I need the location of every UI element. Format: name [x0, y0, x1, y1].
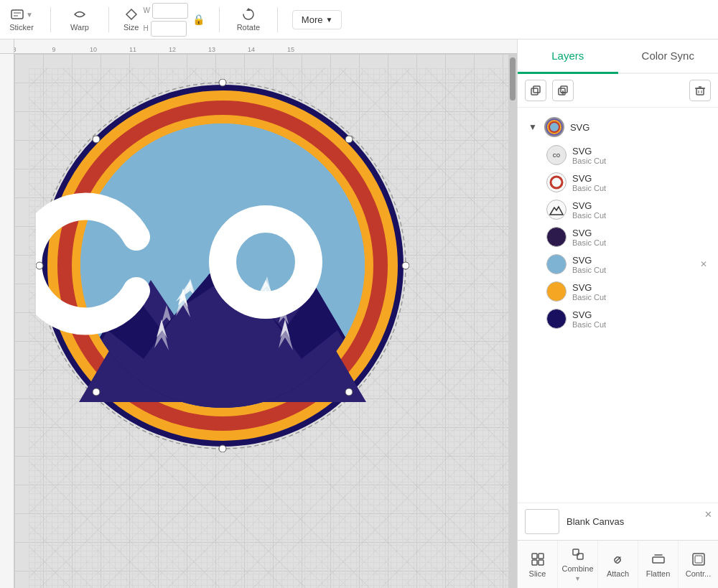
scroll-thumb[interactable]: [510, 57, 516, 101]
svg-point-40: [550, 123, 559, 131]
more-button[interactable]: More ▼: [292, 10, 342, 29]
ruler-horizontal: 8 9 10 11 12 13 14 15: [14, 39, 517, 54]
layer-item-3[interactable]: SVG Basic Cut: [543, 196, 711, 223]
ruler-tick: 13: [208, 46, 215, 53]
add-layer-icon: [557, 85, 569, 96]
attach-button[interactable]: Attach: [598, 541, 638, 588]
main-area: 8 9 10 11 12 13 14 15: [0, 39, 718, 588]
size-group: Size W H 🔒: [123, 3, 205, 37]
svg-rect-48: [653, 557, 664, 563]
ruler-vertical: [0, 39, 14, 588]
tab-color-sync[interactable]: Color Sync: [618, 39, 719, 74]
svg-rect-0: [11, 10, 23, 19]
duplicate-layer-button[interactable]: [525, 80, 546, 101]
attach-label: Attach: [607, 569, 629, 578]
contour-icon: [691, 551, 707, 567]
layer-name-parent: SVG: [570, 122, 589, 133]
svg-point-22: [36, 262, 43, 269]
vertical-scrollbar[interactable]: [508, 54, 517, 588]
layer-item-1[interactable]: CO SVG Basic Cut: [543, 141, 711, 169]
canvas-area[interactable]: 8 9 10 11 12 13 14 15: [0, 39, 517, 588]
divider-4: [277, 7, 278, 32]
ruler-tick: 9: [52, 46, 55, 53]
divider-2: [108, 7, 109, 32]
svg-rect-27: [531, 88, 538, 95]
slice-icon: [530, 551, 546, 567]
more-label: More: [302, 14, 323, 25]
layer-item-6[interactable]: SVG Basic Cut: [543, 278, 711, 305]
flatten-label: Flatten: [646, 569, 671, 578]
svg-rect-28: [533, 86, 540, 93]
sticker-tool[interactable]: ▼ Sticker: [7, 7, 36, 32]
flatten-button[interactable]: Flatten: [638, 541, 679, 588]
svg-rect-50: [693, 554, 704, 565]
tab-layers[interactable]: Layers: [518, 39, 618, 74]
layer-thumbnail-parent: [544, 117, 564, 137]
blank-canvas-close[interactable]: ✕: [704, 509, 712, 520]
layer-thumb-1: CO: [546, 145, 567, 165]
blank-canvas-label: Blank Canvas: [567, 516, 624, 527]
ruler-tick: 8: [14, 46, 17, 53]
ruler-tick: 10: [90, 46, 97, 53]
warp-tool[interactable]: Warp: [65, 7, 94, 32]
ruler-corner: [0, 39, 14, 54]
contour-label: Contr...: [686, 569, 711, 578]
layer-text-3: SVG Basic Cut: [572, 200, 606, 220]
trash-icon: [694, 85, 706, 96]
svg-point-19: [219, 79, 226, 86]
contour-button[interactable]: Contr...: [679, 541, 718, 588]
lock-icon[interactable]: 🔒: [192, 14, 205, 25]
duplicate-icon: [530, 85, 541, 96]
svg-rect-51: [695, 556, 702, 563]
badge-svg: [36, 79, 409, 452]
combine-label: Combine: [561, 564, 593, 573]
rotate-label: Rotate: [237, 23, 260, 32]
sticker-label: Sticker: [9, 23, 34, 32]
svg-rect-30: [561, 86, 567, 93]
layer-thumb-4: [546, 227, 567, 247]
layer-thumb-3: [546, 200, 567, 220]
ruler-tick: 14: [248, 46, 255, 53]
size-icon: [124, 7, 139, 22]
svg-point-41: [551, 177, 562, 188]
svg-point-24: [345, 388, 353, 396]
blank-canvas-section: Blank Canvas ✕: [518, 503, 718, 540]
size-label: Size: [123, 23, 139, 32]
combine-button[interactable]: Combine ▼: [558, 541, 598, 588]
svg-rect-33: [696, 88, 704, 95]
blank-canvas-thumbnail: [525, 509, 559, 534]
add-layer-button[interactable]: [552, 80, 574, 101]
layer-text-5: SVG Basic Cut: [572, 255, 606, 274]
layers-list: ▼ SVG: [518, 108, 718, 503]
warp-icon: [73, 7, 87, 22]
svg-rect-45: [538, 560, 544, 565]
combine-chevron: ▼: [574, 575, 581, 582]
svg-point-20: [402, 262, 409, 269]
layer-item-2[interactable]: SVG Basic Cut: [543, 169, 711, 196]
layer-text-7: SVG Basic Cut: [572, 309, 606, 329]
layer-thumb-5: [546, 254, 567, 274]
layer-item-5[interactable]: SVG Basic Cut ✕: [543, 251, 711, 278]
right-panel: Layers Color Sync: [517, 39, 718, 588]
height-input[interactable]: [151, 21, 187, 37]
badge-container[interactable]: [36, 79, 409, 452]
layer-parent-svg[interactable]: ▼ SVG: [525, 113, 711, 141]
layer-item-4[interactable]: SVG Basic Cut: [543, 223, 711, 251]
rotate-tool[interactable]: Rotate: [234, 7, 263, 32]
ruler-tick: 11: [129, 46, 136, 53]
svg-rect-43: [538, 554, 544, 559]
slice-button[interactable]: Slice: [518, 541, 558, 588]
width-input[interactable]: [152, 3, 188, 19]
svg-point-25: [93, 388, 100, 396]
svg-rect-42: [532, 554, 537, 559]
layer-text-parent: SVG: [570, 122, 589, 133]
svg-point-26: [93, 136, 100, 143]
delete-layer-button[interactable]: [689, 80, 711, 101]
divider-1: [50, 7, 51, 32]
rotate-icon: [241, 7, 256, 22]
layer-thumb-2: [546, 172, 567, 192]
panel-tabs: Layers Color Sync: [518, 39, 718, 74]
more-chevron-icon: ▼: [325, 16, 332, 24]
layer-item-7[interactable]: SVG Basic Cut: [543, 305, 711, 332]
sticker-icon: [10, 7, 24, 22]
